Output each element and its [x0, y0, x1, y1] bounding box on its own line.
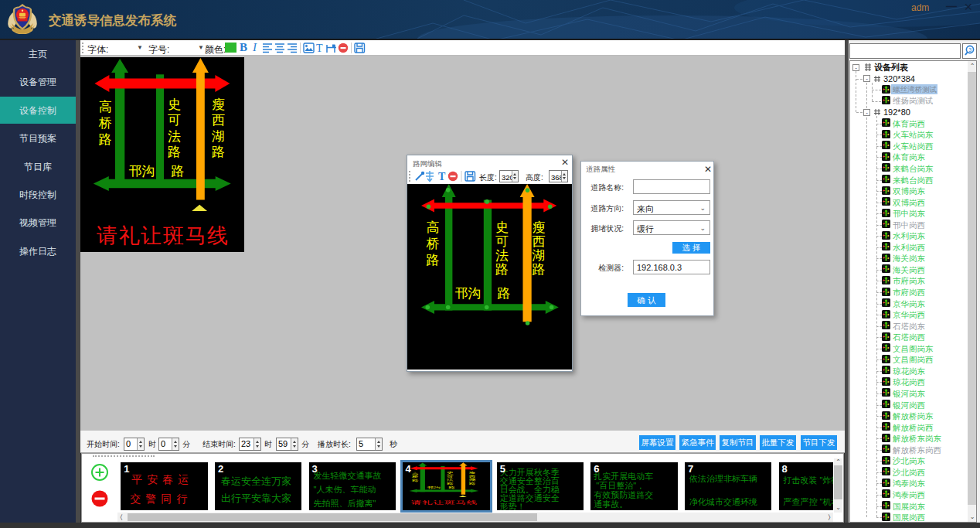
svg-text:路: 路 — [412, 479, 419, 483]
svg-text:西: 西 — [533, 234, 546, 249]
svg-text:史: 史 — [168, 97, 181, 112]
svg-text:T: T — [438, 171, 446, 182]
svg-text:路: 路 — [533, 262, 546, 277]
svg-text:桥: 桥 — [99, 116, 112, 131]
svg-text:高: 高 — [427, 220, 440, 235]
svg-text:法: 法 — [495, 248, 509, 263]
svg-text:邗沟: 邗沟 — [454, 286, 481, 301]
svg-text:法: 法 — [447, 479, 454, 482]
svg-text:路: 路 — [495, 262, 509, 277]
svg-text:邗沟: 邗沟 — [427, 486, 440, 490]
svg-text:路: 路 — [447, 482, 454, 485]
svg-text:邗沟: 邗沟 — [129, 164, 155, 179]
svg-text:路: 路 — [212, 145, 225, 159]
svg-text:路: 路 — [468, 482, 475, 485]
svg-text:瘦: 瘦 — [212, 97, 225, 112]
svg-text:西: 西 — [212, 113, 225, 128]
svg-text:湖: 湖 — [212, 129, 225, 144]
svg-text:路: 路 — [172, 164, 185, 179]
svg-text:高: 高 — [412, 472, 419, 475]
svg-text:桥: 桥 — [410, 475, 418, 479]
svg-text:史: 史 — [495, 220, 509, 235]
svg-text:路: 路 — [99, 132, 112, 147]
svg-text:高: 高 — [99, 100, 112, 114]
svg-text:3: 3 — [968, 47, 971, 53]
svg-text:路: 路 — [498, 286, 511, 301]
svg-text:路: 路 — [448, 486, 455, 490]
svg-text:路: 路 — [168, 145, 181, 159]
svg-text:瘦: 瘦 — [533, 220, 546, 235]
svg-text:湖: 湖 — [468, 479, 475, 482]
svg-text:桥: 桥 — [427, 237, 440, 251]
svg-text:西: 西 — [468, 475, 475, 478]
svg-text:请礼让斑马线: 请礼让斑马线 — [97, 224, 228, 247]
svg-text:可: 可 — [447, 475, 454, 478]
svg-text:T: T — [316, 43, 323, 54]
svg-text:可: 可 — [495, 234, 509, 249]
svg-text:湖: 湖 — [533, 248, 546, 263]
svg-text:法: 法 — [168, 129, 181, 144]
svg-text:瘦: 瘦 — [468, 472, 475, 475]
svg-text:史: 史 — [447, 472, 454, 475]
svg-text:可: 可 — [168, 113, 181, 128]
svg-text:路: 路 — [427, 253, 440, 267]
